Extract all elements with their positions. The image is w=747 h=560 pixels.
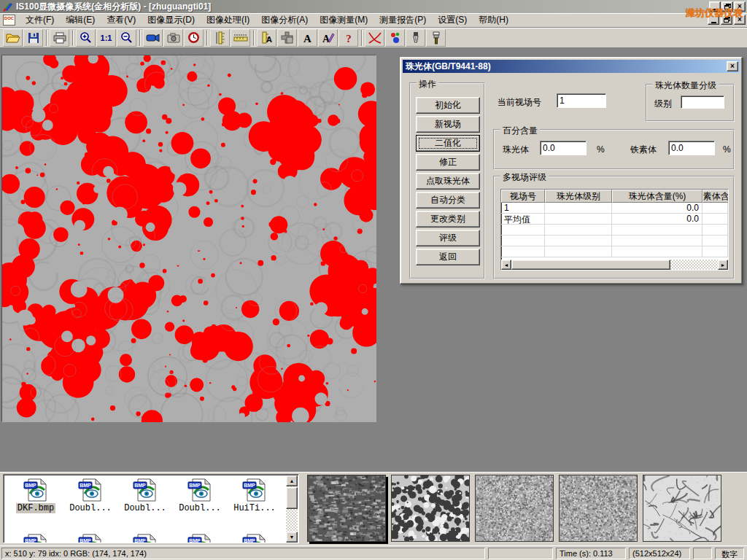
header-field-number[interactable]: 视场号 xyxy=(501,190,545,203)
text-button[interactable]: A xyxy=(298,29,317,47)
pearlite-dialog-close-button[interactable]: × xyxy=(727,61,738,71)
menu-file[interactable]: 文件(F) xyxy=(20,12,60,28)
scrollbar-track[interactable] xyxy=(670,260,718,270)
scrollbar-thumb[interactable] xyxy=(511,260,670,270)
minimize-button[interactable] xyxy=(709,1,721,12)
auto-classify-button[interactable]: 自动分类 xyxy=(416,192,480,209)
menu-settings[interactable]: 设置(S) xyxy=(432,12,473,28)
header-pearlite-level[interactable]: 珠光体级别 xyxy=(545,190,612,203)
help-button[interactable]: ? xyxy=(338,29,358,47)
multifield-group: 多视场评级 视场号 珠光体级别 珠光体含量(%) 铁素体含量(%) 1 0.0 xyxy=(493,176,735,279)
binarized-micrograph-image[interactable] xyxy=(2,55,376,422)
toolbar-separator xyxy=(139,30,141,46)
particles-button[interactable] xyxy=(385,29,405,47)
pen-icon xyxy=(411,31,420,44)
menu-view[interactable]: 查看(V) xyxy=(101,12,142,28)
mode-status: 数字 xyxy=(715,548,744,559)
file-item[interactable]: BMP xyxy=(9,533,62,543)
capture-button[interactable] xyxy=(163,29,183,47)
pick-pearlite-button[interactable]: 点取珠光体 xyxy=(416,173,480,190)
measure-text-icon: A xyxy=(261,31,273,44)
close-button[interactable]: × xyxy=(734,1,746,12)
restore-button[interactable] xyxy=(721,1,733,12)
current-field-input[interactable] xyxy=(557,93,606,108)
change-category-button[interactable]: 更改类别 xyxy=(416,211,480,228)
return-button[interactable]: 返回 xyxy=(416,249,480,265)
scrollbar-thumb[interactable] xyxy=(286,487,298,509)
scroll-up-button[interactable]: ▲ xyxy=(286,475,298,486)
file-item[interactable]: BMP xyxy=(119,533,171,543)
mdi-restore-button[interactable] xyxy=(721,15,732,25)
multifield-group-label: 多视场评级 xyxy=(500,171,549,184)
table-row[interactable] xyxy=(501,236,728,246)
open-button[interactable] xyxy=(3,29,23,47)
pearlite-percent-input[interactable] xyxy=(540,141,587,155)
thumbnail-4[interactable] xyxy=(559,475,638,542)
app-icon xyxy=(2,1,14,12)
mdi-close-button[interactable]: × xyxy=(734,15,746,25)
rate-button[interactable]: 评级 xyxy=(416,230,480,246)
curve-cut-icon xyxy=(368,31,382,44)
pen-button[interactable] xyxy=(406,29,425,47)
header-pearlite-content[interactable]: 珠光体含量(%) xyxy=(612,190,703,203)
file-item[interactable]: BMP HuiTi... xyxy=(228,478,281,513)
grid-button[interactable] xyxy=(277,29,297,47)
micrograph-thumbnail xyxy=(392,475,469,541)
save-button[interactable] xyxy=(23,29,43,47)
file-item[interactable]: BMP xyxy=(174,533,226,543)
pearlite-dialog-titlebar[interactable]: 珠光体(GB/T9441-88) xyxy=(403,60,740,73)
thumbnail-5[interactable] xyxy=(643,475,721,542)
thumbnail-1[interactable] xyxy=(307,475,386,542)
bmp-file-icon: BMP xyxy=(119,533,171,543)
annotate-button[interactable]: A xyxy=(318,29,338,47)
file-item[interactable]: BMP xyxy=(64,533,117,543)
menu-measure-report[interactable]: 测量报告(P) xyxy=(374,12,432,28)
file-item[interactable]: BMP xyxy=(228,533,281,543)
file-browser-scrollbar: ▲ ▼ xyxy=(286,475,298,542)
ruler-button[interactable] xyxy=(231,29,250,47)
table-row[interactable] xyxy=(501,246,728,257)
curve-cut-button[interactable] xyxy=(365,29,384,47)
file-item[interactable]: BMP Doubl... xyxy=(174,478,226,513)
print-button[interactable] xyxy=(50,29,69,47)
binarize-button[interactable]: 二值化 xyxy=(416,135,480,152)
scroll-down-button[interactable]: ▼ xyxy=(286,532,298,542)
thumbnail-3[interactable] xyxy=(475,475,554,542)
thumbnail-2[interactable] xyxy=(391,475,470,542)
toolbar-separator xyxy=(46,30,47,46)
menu-help[interactable]: 帮助(H) xyxy=(473,12,514,28)
table-row[interactable]: 平均值 0.0 xyxy=(501,214,728,225)
level-input[interactable] xyxy=(681,96,724,109)
table-row[interactable] xyxy=(501,225,728,236)
initialize-button[interactable]: 初始化 xyxy=(416,97,480,114)
zoom-out-button[interactable] xyxy=(117,29,136,47)
video-camera-button[interactable] xyxy=(143,29,163,47)
ferrite-percent-input[interactable] xyxy=(668,141,715,155)
caliper-button[interactable] xyxy=(210,29,230,47)
micrograph-thumbnail xyxy=(308,475,385,541)
table-row[interactable]: 1 0.0 xyxy=(501,203,728,214)
actual-size-button[interactable]: 1:1 xyxy=(96,29,116,47)
menu-image-analysis[interactable]: 图像分析(A) xyxy=(255,12,314,28)
file-item[interactable]: BMP Doubl... xyxy=(119,478,171,513)
scroll-left-button[interactable]: ◄ xyxy=(501,260,511,270)
svg-text:BMP: BMP xyxy=(80,483,91,488)
mdi-minimize-button[interactable] xyxy=(708,15,719,25)
clock-button[interactable] xyxy=(184,29,204,47)
correct-button[interactable]: 修正 xyxy=(416,154,480,171)
scroll-right-button[interactable]: ► xyxy=(718,260,728,270)
menu-image-display[interactable]: 图像显示(D) xyxy=(142,12,201,28)
svg-text:BMP: BMP xyxy=(134,538,146,543)
menu-image-measure[interactable]: 图像测量(M) xyxy=(314,12,374,28)
file-item[interactable]: BMP DKF.bmp xyxy=(9,478,62,513)
new-field-button[interactable]: 新视场 xyxy=(416,116,480,133)
brush-button[interactable] xyxy=(426,29,446,47)
header-ferrite-content[interactable]: 铁素体含量(%) xyxy=(703,190,729,203)
zoom-in-button[interactable] xyxy=(76,29,96,47)
menu-image-processing[interactable]: 图像处理(I) xyxy=(201,12,255,28)
measure-text-button[interactable]: A xyxy=(257,29,276,47)
menu-edit[interactable]: 编辑(E) xyxy=(60,12,101,28)
file-item[interactable]: BMP Doubl... xyxy=(64,478,117,513)
pearlite-label: 珠光体 xyxy=(503,144,529,156)
annotate-icon: A xyxy=(322,32,335,44)
